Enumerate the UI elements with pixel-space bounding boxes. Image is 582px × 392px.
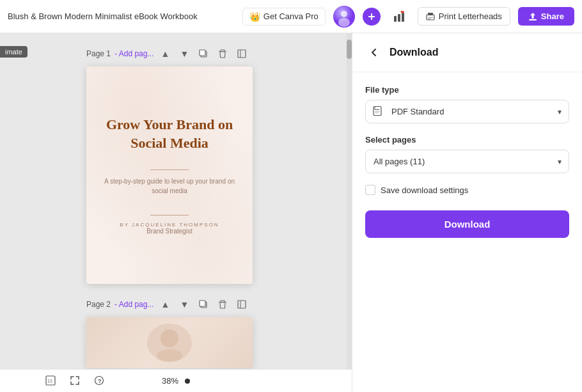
bottom-right-icons: 11 ? — [40, 369, 115, 392]
page-1-container: Page 1 - Add pag... ▲ ▼ Grow Your Brand … — [86, 46, 265, 284]
book-subtitle: A step-by-step guide to level up your br… — [99, 176, 240, 196]
svg-point-1 — [341, 11, 347, 17]
zoom-level: 38% — [162, 376, 178, 386]
add-page-2-link[interactable]: - Add pag... — [114, 300, 153, 309]
page-2-label: Page 2 — [86, 300, 111, 309]
svg-rect-15 — [200, 50, 205, 56]
download-panel: Download File type PDF Standard PDF Prin… — [352, 33, 582, 392]
svg-rect-13 — [529, 19, 537, 20]
print-label: Print Letterheads — [439, 12, 502, 21]
svg-rect-16 — [219, 51, 226, 52]
page-1-down-button[interactable]: ▼ — [177, 46, 192, 61]
page-1-toolbar: Page 1 - Add pag... ▲ ▼ — [86, 46, 265, 61]
topbar: Blush & Brown Modern Minimalist eBook Wo… — [0, 0, 582, 33]
svg-point-26 — [157, 349, 182, 362]
main-area: imate Page 1 - Add pag... ▲ ▼ Grow — [0, 33, 582, 392]
page-1-label: Page 1 — [86, 49, 111, 58]
svg-point-2 — [338, 18, 350, 27]
scrollbar-thumb[interactable] — [347, 40, 352, 59]
document-title: Blush & Brown Modern Minimalist eBook Wo… — [8, 12, 235, 21]
page-2-image — [86, 317, 253, 368]
bottom-bar: 38% 11 ? — [0, 369, 352, 392]
book-author-role: Brand Strategist — [146, 228, 193, 235]
vertical-scrollbar[interactable] — [347, 33, 352, 369]
page-2-copy-button[interactable] — [196, 297, 211, 312]
page-2-expand-button[interactable] — [234, 297, 249, 312]
svg-rect-11 — [428, 17, 433, 18]
page-2-down-button[interactable]: ▼ — [177, 297, 192, 312]
page-1-up-button[interactable]: ▲ — [157, 46, 173, 61]
avatar[interactable] — [333, 6, 355, 27]
page-2-delete-button[interactable] — [215, 297, 230, 312]
svg-rect-12 — [428, 19, 431, 19]
select-pages-select[interactable]: All pages (11) Current page Custom range — [365, 150, 569, 173]
get-canva-pro-button[interactable]: 👑 Get Canva Pro — [242, 8, 326, 26]
book-cover-page[interactable]: Grow Your Brand on Social Media A step-b… — [86, 67, 253, 284]
page-2-container: Page 2 - Add pag... ▲ ▼ — [86, 297, 265, 368]
analytics-icon[interactable] — [388, 6, 410, 27]
book-title: Grow Your Brand on Social Media — [99, 116, 240, 152]
share-label: Share — [541, 12, 564, 21]
book-author-name: BY JACQUELINE THOMPSON — [120, 222, 219, 228]
print-letterheads-button[interactable]: Print Letterheads — [418, 7, 510, 26]
file-type-wrapper: PDF Standard PDF Print PNG JPG SVG ▾ — [365, 100, 569, 123]
back-button[interactable] — [365, 43, 383, 61]
download-button[interactable]: Download — [365, 210, 569, 238]
save-settings-row: Save download settings — [365, 185, 569, 195]
left-panel-label: imate — [0, 46, 28, 58]
help-button[interactable]: ? — [88, 370, 110, 391]
svg-rect-10 — [428, 13, 433, 15]
book-divider-2 — [150, 215, 189, 216]
svg-rect-17 — [238, 50, 246, 58]
svg-rect-6 — [398, 14, 400, 22]
add-page-1-link[interactable]: - Add pag... — [114, 49, 153, 58]
book-page-2-thumbnail[interactable] — [86, 317, 253, 368]
select-pages-wrapper: All pages (11) Current page Custom range… — [365, 150, 569, 173]
panel-body: File type PDF Standard PDF Print PNG JPG… — [352, 72, 582, 392]
svg-text:11: 11 — [47, 379, 52, 383]
page-2-toolbar: Page 2 - Add pag... ▲ ▼ — [86, 297, 265, 312]
select-pages-label: Select pages — [365, 135, 569, 145]
canvas-area[interactable]: Page 1 - Add pag... ▲ ▼ Grow Your Brand … — [0, 33, 352, 392]
fullscreen-button[interactable] — [64, 370, 86, 391]
page-1-copy-button[interactable] — [196, 46, 211, 61]
save-settings-label[interactable]: Save download settings — [381, 185, 468, 195]
page-1-expand-button[interactable] — [234, 46, 249, 61]
panel-title: Download — [389, 47, 438, 58]
svg-rect-20 — [200, 301, 205, 306]
svg-rect-22 — [238, 301, 246, 308]
svg-text:?: ? — [98, 378, 102, 384]
pdf-icon — [373, 106, 382, 118]
save-settings-checkbox[interactable] — [365, 185, 375, 195]
get-pro-label: Get Canva Pro — [263, 12, 319, 21]
zoom-dot — [185, 379, 190, 384]
page-1-delete-button[interactable] — [215, 46, 230, 61]
svg-rect-21 — [219, 302, 226, 302]
svg-point-25 — [161, 329, 178, 347]
pages-count-button[interactable]: 11 — [40, 370, 61, 391]
crown-icon: 👑 — [249, 12, 260, 22]
svg-rect-5 — [394, 16, 397, 22]
add-button[interactable] — [363, 8, 381, 26]
share-button[interactable]: Share — [518, 7, 574, 26]
page-2-up-button[interactable]: ▲ — [157, 297, 173, 312]
svg-rect-7 — [402, 12, 404, 22]
file-type-label: File type — [365, 85, 569, 95]
panel-header: Download — [352, 33, 582, 72]
file-type-select[interactable]: PDF Standard PDF Print PNG JPG SVG — [365, 100, 569, 123]
book-divider — [150, 169, 189, 170]
